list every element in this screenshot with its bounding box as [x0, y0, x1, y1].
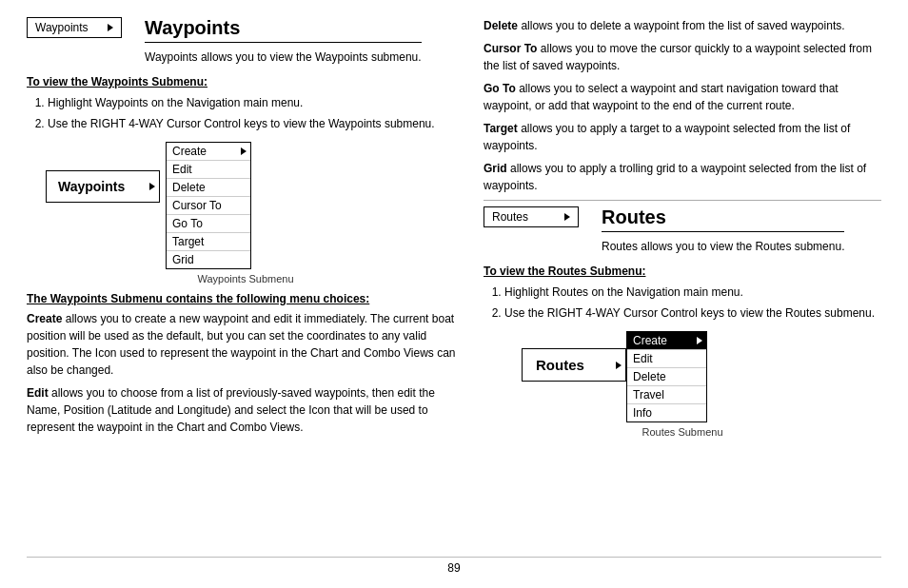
- desc-target-body: allows you to apply a target to a waypoi…: [484, 122, 850, 152]
- desc-create: Create allows you to create a new waypoi…: [27, 310, 464, 379]
- routes-title-block: Routes Routes allows you to view the Rou…: [602, 206, 844, 255]
- submenu-item-grid[interactable]: Grid: [167, 251, 250, 268]
- routes-submenu-diagram: Routes Create Edit Delete Travel: [522, 331, 881, 422]
- waypoints-title-block: Waypoints Waypoints allows you to view t…: [145, 17, 422, 66]
- desc-go-to-body: allows you to select a waypoint and star…: [484, 82, 839, 112]
- routes-section-title: Routes: [602, 206, 844, 232]
- routes-travel-label: Travel: [633, 388, 664, 402]
- waypoints-submenu-caption: Waypoints Submenu: [27, 273, 464, 284]
- waypoints-label: Waypoints: [35, 21, 89, 34]
- desc-create-term: Create: [27, 312, 62, 325]
- submenu-item-cursor-to[interactable]: Cursor To: [167, 197, 250, 215]
- desc-delete: Delete allows you to delete a waypoint f…: [484, 17, 881, 34]
- routes-step-1: Highlight Routes on the Navigation main …: [504, 284, 881, 301]
- submenu-item-create[interactable]: Create: [167, 143, 250, 161]
- routes-submenu-item-delete[interactable]: Delete: [627, 368, 706, 386]
- view-routes-heading: To view the Routes Submenu:: [484, 265, 881, 278]
- left-column: Waypoints Waypoints Waypoints allows you…: [27, 17, 464, 553]
- waypoints-diagram-box: Waypoints: [46, 170, 160, 203]
- submenu-go-to-label: Go To: [172, 217, 203, 230]
- desc-edit-body: allows you to choose from a list of prev…: [27, 386, 435, 434]
- submenu-item-edit[interactable]: Edit: [167, 161, 250, 179]
- waypoints-submenu-list: Create Edit Delete Cursor To Go To: [166, 142, 251, 269]
- desc-edit: Edit allows you to choose from a list of…: [27, 384, 464, 436]
- right-column: Delete allows you to delete a waypoint f…: [484, 17, 881, 553]
- waypoints-header: Waypoints Waypoints Waypoints allows you…: [27, 17, 464, 66]
- desc-go-to: Go To allows you to select a waypoint an…: [484, 80, 881, 114]
- routes-delete-label: Delete: [633, 370, 666, 383]
- routes-submenu-list: Create Edit Delete Travel Info: [626, 331, 707, 422]
- submenu-item-go-to[interactable]: Go To: [167, 215, 250, 233]
- routes-diagram-arrow-icon: [616, 362, 622, 369]
- routes-label-box: Routes: [484, 206, 579, 227]
- submenu-grid-label: Grid: [172, 253, 194, 266]
- waypoints-arrow-icon: [108, 24, 113, 31]
- desc-go-to-term: Go To: [484, 82, 516, 95]
- submenu-cursor-to-label: Cursor To: [172, 199, 222, 212]
- routes-submenu-item-travel[interactable]: Travel: [627, 386, 706, 404]
- page-number: 89: [27, 557, 881, 575]
- desc-target: Target allows you to apply a target to a…: [484, 120, 881, 154]
- waypoints-step-2: Use the RIGHT 4-WAY Cursor Control keys …: [48, 115, 464, 132]
- waypoints-diagram-label: Waypoints: [58, 179, 125, 194]
- waypoints-intro-text: Waypoints allows you to view the Waypoin…: [145, 50, 422, 64]
- contains-heading: The Waypoints Submenu contains the follo…: [27, 292, 464, 305]
- desc-edit-term: Edit: [27, 386, 49, 400]
- submenu-edit-label: Edit: [172, 163, 192, 176]
- routes-submenu-item-create[interactable]: Create: [627, 332, 706, 350]
- routes-create-label: Create: [633, 334, 667, 347]
- routes-steps-list: Highlight Routes on the Navigation main …: [484, 284, 881, 322]
- routes-label: Routes: [492, 210, 528, 224]
- desc-delete-body: allows you to delete a waypoint from the…: [521, 19, 844, 32]
- divider: [484, 200, 881, 201]
- desc-grid-term: Grid: [484, 162, 507, 175]
- desc-delete-term: Delete: [484, 19, 518, 32]
- desc-create-body: allows you to create a new waypoint and …: [27, 312, 456, 377]
- routes-header: Routes Routes Routes allows you to view …: [484, 206, 881, 255]
- main-content: Waypoints Waypoints Waypoints allows you…: [27, 17, 881, 553]
- routes-diagram-label: Routes: [536, 357, 584, 373]
- submenu-delete-label: Delete: [172, 181, 206, 194]
- desc-cursor-to-body: allows you to move the cursor quickly to…: [484, 42, 872, 72]
- waypoints-steps-list: Highlight Waypoints on the Navigation ma…: [27, 94, 464, 132]
- submenu-item-target[interactable]: Target: [167, 233, 250, 251]
- routes-intro: Routes allows you to view the Routes sub…: [602, 238, 844, 255]
- desc-grid: Grid allows you to apply a trolling grid…: [484, 160, 881, 194]
- desc-grid-body: allows you to apply a trolling grid to a…: [484, 162, 866, 192]
- view-submenu-heading: To view the Waypoints Submenu:: [27, 75, 464, 88]
- waypoints-step-1: Highlight Waypoints on the Navigation ma…: [48, 94, 464, 111]
- desc-target-term: Target: [484, 122, 518, 135]
- routes-diagram-box: Routes: [522, 348, 626, 382]
- routes-submenu-caption: Routes Submenu: [484, 426, 881, 438]
- waypoints-label-box: Waypoints: [27, 17, 122, 38]
- submenu-item-delete[interactable]: Delete: [167, 179, 250, 197]
- routes-intro-text: Routes allows you to view the Routes sub…: [602, 240, 844, 253]
- routes-submenu-item-info[interactable]: Info: [627, 404, 706, 421]
- submenu-create-label: Create: [172, 145, 207, 158]
- submenu-target-label: Target: [172, 235, 204, 248]
- page: Waypoints Waypoints Waypoints allows you…: [0, 0, 908, 588]
- routes-step-2: Use the RIGHT 4-WAY Cursor Control keys …: [504, 304, 881, 322]
- routes-info-label: Info: [633, 406, 652, 420]
- desc-cursor-to: Cursor To allows you to move the cursor …: [484, 40, 881, 74]
- routes-edit-label: Edit: [633, 352, 653, 365]
- waypoints-diagram-arrow-icon: [149, 183, 155, 190]
- waypoints-section-title: Waypoints: [145, 17, 422, 43]
- waypoints-submenu-diagram: Waypoints Create Edit Delete Cursor To: [46, 142, 464, 269]
- desc-cursor-to-term: Cursor To: [484, 42, 537, 55]
- waypoints-intro: Waypoints allows you to view the Waypoin…: [145, 49, 422, 66]
- routes-submenu-item-edit[interactable]: Edit: [627, 350, 706, 368]
- routes-arrow-icon: [564, 213, 570, 221]
